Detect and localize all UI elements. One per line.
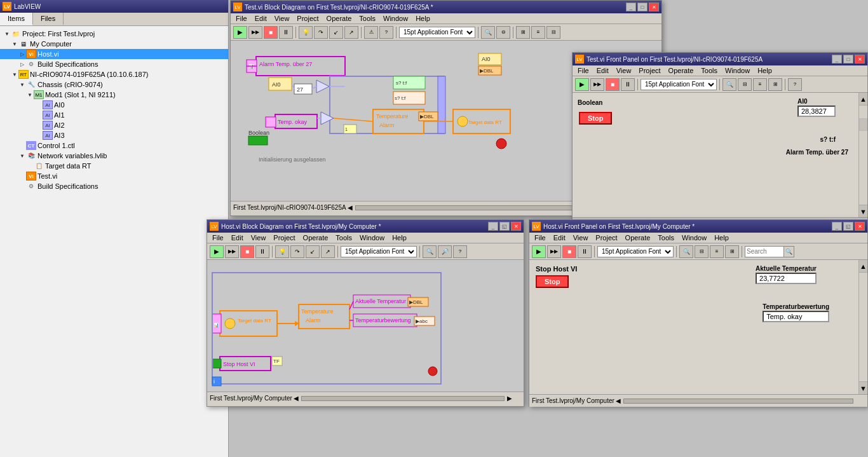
menu-help[interactable]: Help xyxy=(412,14,434,23)
menu-edit[interactable]: Edit xyxy=(550,233,569,242)
menu-view[interactable]: View xyxy=(613,66,635,75)
menu-window[interactable]: Window xyxy=(678,233,710,242)
run-btn[interactable]: ▶ xyxy=(210,245,224,258)
menu-edit[interactable]: Edit xyxy=(251,14,271,23)
scroll-left-btn[interactable]: ◀ xyxy=(616,397,621,404)
tree-item-ai1[interactable]: AI AI1 xyxy=(0,110,228,120)
abort-btn[interactable]: ■ xyxy=(240,245,254,258)
menu-file[interactable]: File xyxy=(531,233,550,242)
host-bd-diagram[interactable]: Target data RT 📊 Temperature Alarm Aktue… xyxy=(207,260,524,392)
tree-item-chassis[interactable]: ▼ 🔧 Chassis (cRIO-9074) xyxy=(0,79,228,90)
step-out-btn[interactable]: ↗ xyxy=(344,26,358,39)
align-btn[interactable]: ≡ xyxy=(753,78,767,91)
search-btn[interactable]: 🔍 xyxy=(783,247,794,257)
tab-files[interactable]: Files xyxy=(33,13,64,25)
menu-file[interactable]: File xyxy=(232,14,251,23)
menu-window[interactable]: Window xyxy=(356,233,388,242)
minimize-btn[interactable]: _ xyxy=(626,3,636,11)
scroll-right-btn[interactable]: ▶ xyxy=(507,395,512,402)
zoom-out-btn[interactable]: ⊖ xyxy=(496,26,510,39)
run-btn[interactable]: ▶ xyxy=(532,245,546,258)
hscrollbar[interactable] xyxy=(623,399,853,404)
menu-tools[interactable]: Tools xyxy=(332,233,356,242)
tree-item-ai0[interactable]: AI AI0 xyxy=(0,100,228,110)
step-into-btn[interactable]: ↙ xyxy=(306,245,320,258)
run-continuously-btn[interactable]: ▶▶ xyxy=(225,245,239,258)
context-btn[interactable]: ? xyxy=(453,245,467,258)
step-into-btn[interactable]: ↙ xyxy=(329,26,343,39)
close-btn[interactable]: ✕ xyxy=(649,3,659,11)
scroll-up-btn[interactable]: ▲ xyxy=(859,260,867,273)
zoom-btn[interactable]: 🔍 xyxy=(423,245,437,258)
align-btn[interactable]: ≡ xyxy=(710,245,724,258)
menu-view[interactable]: View xyxy=(569,233,592,242)
step-over-btn[interactable]: ↷ xyxy=(290,245,304,258)
zoom-btn[interactable]: 🔍 xyxy=(679,245,693,258)
menu-operate[interactable]: Operate xyxy=(323,14,356,23)
tab-items[interactable]: Items xyxy=(0,13,33,25)
restore-btn[interactable]: ◱ xyxy=(843,222,853,231)
tree-item-control1[interactable]: CT Control 1.ctl xyxy=(0,140,228,151)
distribute-btn[interactable]: ⊞ xyxy=(725,245,739,258)
close-btn[interactable]: ✕ xyxy=(511,222,521,231)
arrange-btn[interactable]: ⊞ xyxy=(516,26,530,39)
scroll-thumb[interactable] xyxy=(859,118,867,131)
font-selector[interactable]: 15pt Application Font xyxy=(399,27,475,38)
corner-resize[interactable] xyxy=(512,394,521,403)
minimize-btn[interactable]: _ xyxy=(832,222,842,231)
tree-item-mod1[interactable]: ▼ M1 Mod1 (Slot 1, NI 9211) xyxy=(0,90,228,100)
minimize-btn[interactable]: _ xyxy=(488,222,498,231)
tree-item-ai2[interactable]: AI AI2 xyxy=(0,120,228,130)
tree-item-ai3[interactable]: AI AI3 xyxy=(0,130,228,140)
reorder-btn[interactable]: ⊟ xyxy=(738,78,752,91)
menu-help[interactable]: Help xyxy=(388,233,410,242)
menu-tools[interactable]: Tools xyxy=(355,14,379,23)
minimize-btn[interactable]: _ xyxy=(832,55,842,64)
abort-btn[interactable]: ■ xyxy=(562,245,576,258)
menu-edit[interactable]: Edit xyxy=(227,233,247,242)
corner-resize[interactable] xyxy=(856,397,865,406)
menu-file[interactable]: File xyxy=(208,233,227,242)
align-btn[interactable]: ≡ xyxy=(531,26,545,39)
zoom-btn[interactable]: 🔍 xyxy=(722,78,736,91)
menu-tools[interactable]: Tools xyxy=(697,66,721,75)
scroll-down-btn[interactable]: ▼ xyxy=(859,381,867,394)
menu-edit[interactable]: Edit xyxy=(593,66,613,75)
abort-btn[interactable]: ■ xyxy=(606,78,620,91)
menu-operate[interactable]: Operate xyxy=(665,66,698,75)
pause-btn[interactable]: ⏸ xyxy=(621,78,635,91)
menu-project[interactable]: Project xyxy=(293,14,322,23)
run-continuously-btn[interactable]: ▶▶ xyxy=(590,78,604,91)
context-btn[interactable]: ? xyxy=(788,78,802,91)
maximize-btn[interactable]: □ xyxy=(637,3,648,11)
tree-item-mycomputer[interactable]: ▼ 🖥 My Computer xyxy=(0,39,228,49)
vscrollbar[interactable]: ▲ ▼ xyxy=(858,93,867,217)
tree-item-buildspecs2[interactable]: ⚙ Build Specifications xyxy=(0,181,228,191)
highlight-btn[interactable]: 💡 xyxy=(299,26,313,39)
run-continuously-btn[interactable]: ▶▶ xyxy=(248,26,262,39)
stop-button[interactable]: Stop xyxy=(579,112,612,125)
scroll-down-btn[interactable]: ▼ xyxy=(859,205,867,217)
search-box[interactable]: 🔍 xyxy=(745,246,794,257)
font-selector[interactable]: 15pt Application Font xyxy=(341,246,417,257)
tree-item-project[interactable]: ▼ 📁 Project: First Test.lvproj xyxy=(0,29,228,39)
vscrollbar[interactable]: ▲ ▼ xyxy=(858,260,867,394)
menu-window[interactable]: Window xyxy=(721,66,754,75)
restore-btn[interactable]: ◱ xyxy=(499,222,510,231)
tree-item-hostvi[interactable]: ▷ VI Host.vi xyxy=(0,49,228,59)
search-btn[interactable]: 🔎 xyxy=(438,245,452,258)
menu-project[interactable]: Project xyxy=(269,233,299,242)
menu-window[interactable]: Window xyxy=(379,14,412,23)
close-btn[interactable]: ✕ xyxy=(855,222,865,231)
menu-help[interactable]: Help xyxy=(754,66,776,75)
menu-file[interactable]: File xyxy=(574,66,593,75)
tree-item-targetdatart[interactable]: 📋 Target data RT xyxy=(0,161,228,171)
scroll-left-btn[interactable]: ◀ xyxy=(348,204,353,211)
menu-view[interactable]: View xyxy=(271,14,294,23)
run-btn[interactable]: ▶ xyxy=(233,26,247,39)
step-out-btn[interactable]: ↗ xyxy=(321,245,335,258)
pause-btn[interactable]: ⏸ xyxy=(578,245,592,258)
search-input[interactable] xyxy=(745,248,783,255)
close-btn[interactable]: ✕ xyxy=(855,55,865,64)
run-continuously-btn[interactable]: ▶▶ xyxy=(547,245,561,258)
